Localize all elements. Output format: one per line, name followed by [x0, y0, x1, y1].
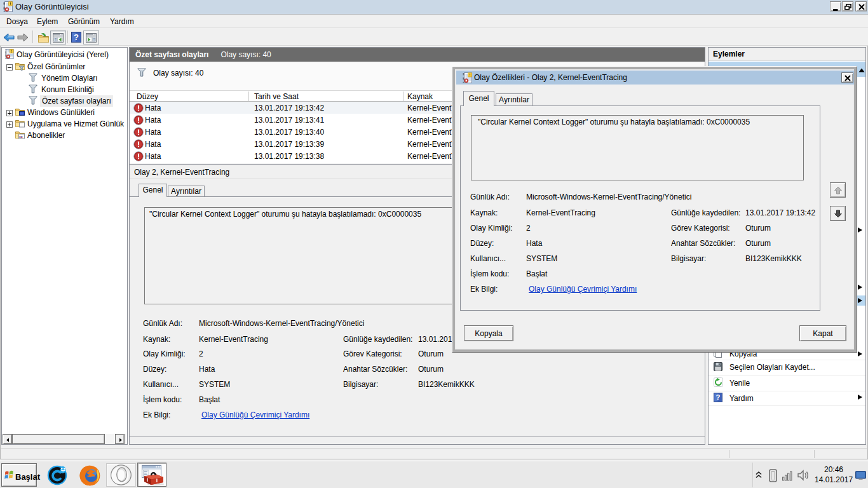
svg-text:?: ?	[74, 32, 79, 42]
svg-text:?: ?	[716, 393, 721, 401]
